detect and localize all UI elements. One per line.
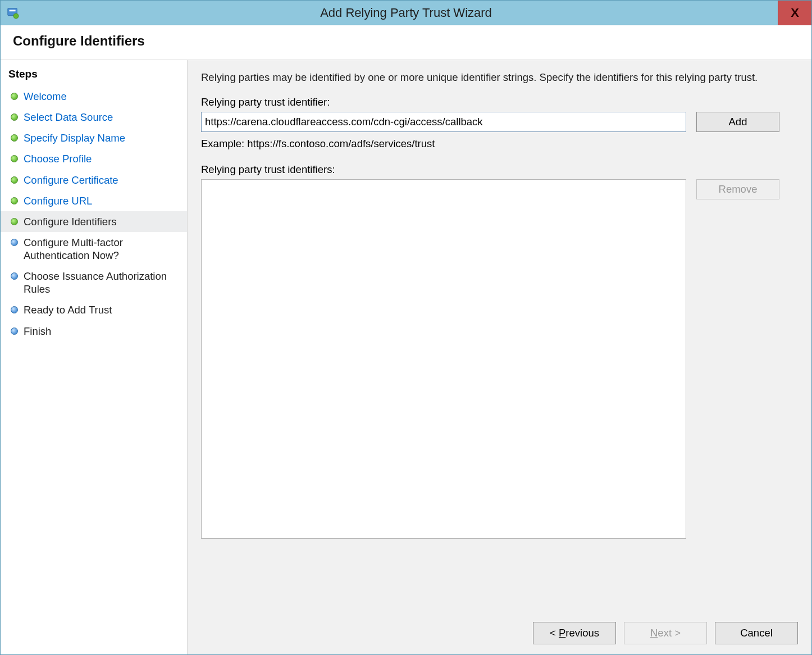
close-icon: X <box>791 6 799 20</box>
step-10[interactable]: Finish <box>1 321 187 342</box>
step-label: Welcome <box>24 90 67 103</box>
step-9[interactable]: Ready to Add Trust <box>1 299 187 320</box>
step-4[interactable]: Configure Certificate <box>1 170 187 190</box>
page-title: Configure Identifiers <box>13 33 799 49</box>
close-button[interactable]: X <box>778 1 811 25</box>
step-0[interactable]: Welcome <box>1 86 187 107</box>
step-2[interactable]: Specify Display Name <box>1 128 187 148</box>
step-label: Finish <box>24 325 51 338</box>
step-bullet-icon <box>11 113 18 121</box>
step-label: Select Data Source <box>24 111 113 124</box>
step-bullet-icon <box>11 134 18 142</box>
add-button[interactable]: Add <box>696 112 779 132</box>
step-label: Configure Certificate <box>24 174 118 187</box>
identifiers-listbox[interactable] <box>201 179 686 539</box>
step-3[interactable]: Choose Profile <box>1 148 187 169</box>
previous-button[interactable]: < Previous <box>533 622 616 644</box>
app-icon <box>6 6 20 20</box>
step-1[interactable]: Select Data Source <box>1 107 187 128</box>
step-label: Choose Issuance Authorization Rules <box>24 270 179 295</box>
svg-rect-1 <box>10 10 16 11</box>
wizard-footer: < Previous Next > Cancel <box>201 612 798 644</box>
page-header: Configure Identifiers <box>1 25 811 60</box>
step-7[interactable]: Configure Multi-factor Authentication No… <box>1 232 187 266</box>
identifier-label: Relying party trust identifier: <box>201 96 798 108</box>
window-title: Add Relying Party Trust Wizard <box>1 6 811 20</box>
intro-text: Relying parties may be identified by one… <box>201 71 774 84</box>
step-label: Configure Multi-factor Authentication No… <box>24 236 179 262</box>
step-bullet-icon <box>11 306 18 313</box>
step-bullet-icon <box>11 272 18 280</box>
step-bullet-icon <box>11 218 18 225</box>
cancel-button[interactable]: Cancel <box>715 622 798 644</box>
identifier-input[interactable] <box>201 112 686 132</box>
remove-button[interactable]: Remove <box>696 179 779 199</box>
identifier-example: Example: https://fs.contoso.com/adfs/ser… <box>201 138 798 150</box>
steps-sidebar: Steps WelcomeSelect Data SourceSpecify D… <box>1 60 188 654</box>
identifiers-list-label: Relying party trust identifiers: <box>201 163 798 176</box>
step-label: Configure Identifiers <box>24 215 117 228</box>
step-bullet-icon <box>11 239 18 246</box>
steps-heading: Steps <box>1 66 187 86</box>
step-bullet-icon <box>11 155 18 162</box>
titlebar: Add Relying Party Trust Wizard X <box>1 1 811 25</box>
step-label: Configure URL <box>24 194 92 207</box>
main-panel: Relying parties may be identified by one… <box>188 60 811 654</box>
step-bullet-icon <box>11 176 18 184</box>
step-label: Ready to Add Trust <box>24 303 112 316</box>
svg-point-2 <box>13 13 19 18</box>
step-5[interactable]: Configure URL <box>1 190 187 211</box>
wizard-window: Add Relying Party Trust Wizard X Configu… <box>0 0 812 655</box>
step-bullet-icon <box>11 328 18 335</box>
step-label: Specify Display Name <box>24 131 125 144</box>
next-button[interactable]: Next > <box>624 622 707 644</box>
step-8[interactable]: Choose Issuance Authorization Rules <box>1 266 187 299</box>
step-6: Configure Identifiers <box>1 211 187 232</box>
wizard-body: Steps WelcomeSelect Data SourceSpecify D… <box>1 60 811 654</box>
step-bullet-icon <box>11 93 18 100</box>
step-label: Choose Profile <box>24 152 92 165</box>
step-bullet-icon <box>11 197 18 204</box>
